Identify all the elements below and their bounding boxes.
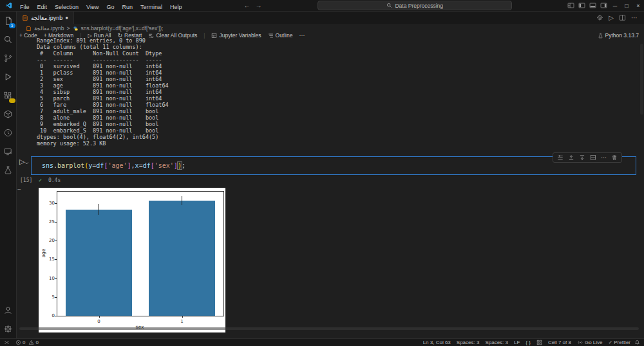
sidebar-item-testing[interactable]	[0, 161, 17, 179]
y-tick-mark	[55, 278, 57, 279]
kernel-icon	[598, 33, 603, 39]
go-live-button[interactable]: Go Live	[577, 340, 603, 345]
horizontal-scrollbar[interactable]	[19, 327, 639, 330]
code-line[interactable]: sns.barplot(y=df['age'],x=df['sex']);	[32, 162, 185, 169]
menu-item-selection[interactable]: Selection	[55, 4, 79, 10]
cursor-position[interactable]: Ln 3, Col 63	[423, 340, 451, 345]
bar	[149, 201, 215, 316]
split-cell-icon[interactable]	[590, 154, 596, 161]
outline-button[interactable]: Outline	[268, 32, 293, 39]
x-tick-mark	[182, 316, 183, 318]
y-tick-mark	[55, 203, 57, 204]
jupyter-notebook-icon	[22, 15, 28, 21]
outline-icon	[268, 33, 274, 39]
sidebar-item-explorer[interactable]: 3	[0, 12, 17, 30]
code-token: df	[143, 162, 151, 169]
eol-selector[interactable]: LF	[514, 340, 520, 345]
prettier-status[interactable]: ✓ Prettier	[609, 340, 631, 345]
y-tick-mark	[55, 241, 57, 241]
bell-icon	[634, 340, 640, 345]
settings-button[interactable]	[0, 320, 17, 338]
menu-item-edit[interactable]: Edit	[37, 4, 48, 10]
close-icon[interactable]: ×	[632, 0, 644, 12]
customize-layout-icon[interactable]	[567, 2, 574, 9]
x-tick-label: 1	[180, 319, 183, 324]
y-tick-label: 20	[41, 238, 55, 243]
minimize-icon[interactable]: ─	[609, 0, 621, 12]
y-tick-label: 0	[41, 313, 55, 318]
vertical-scrollbar[interactable]	[640, 44, 643, 114]
run-debug-icon	[3, 72, 13, 82]
more-editor-actions-icon[interactable]: ⋯	[631, 14, 638, 21]
sidebar-item-remote-explorer[interactable]	[0, 142, 17, 161]
menu-item-file[interactable]: File	[20, 4, 30, 10]
dirty-indicator[interactable]: ●	[65, 15, 68, 21]
toggle-panel-icon[interactable]	[589, 2, 596, 9]
collapse-output-button[interactable]: −	[17, 186, 21, 193]
sidebar-item-extensions[interactable]	[0, 86, 17, 105]
y-tick-mark	[55, 222, 57, 223]
remote-indicator[interactable]	[4, 340, 10, 345]
tab-notebook[interactable]: معالجة.ipynb ●	[17, 12, 74, 24]
run-cell-button[interactable]: ▷	[19, 158, 29, 165]
run-editor-icon[interactable]: ▷	[609, 14, 614, 21]
y-tick-label: 25	[41, 219, 55, 224]
language-mode[interactable]: { }	[526, 340, 531, 345]
split-editor-icon[interactable]	[619, 14, 626, 21]
menu-item-view[interactable]: View	[86, 4, 99, 10]
sidebar-item-search[interactable]	[0, 30, 17, 49]
more-cell-actions-icon[interactable]: ⋯	[601, 156, 607, 159]
search-icon	[3, 35, 13, 44]
sidebar-item-source-control[interactable]	[0, 49, 17, 68]
code-token: 'sex'	[155, 162, 174, 169]
notifications-bell[interactable]	[634, 340, 640, 345]
breadcrumb[interactable]: معالجة.ipynb > sns.barplot(y=df['age'],x…	[26, 25, 163, 32]
delete-cell-icon[interactable]	[611, 154, 618, 161]
run-by-line-icon[interactable]	[557, 154, 564, 161]
warning-count: 0	[35, 340, 38, 345]
problems-indicator[interactable]: 0 0	[15, 340, 39, 345]
vscode-window: FileEditSelectionViewGoRunTerminalHelp ←…	[0, 0, 644, 346]
kernel-picker[interactable]: Python 3.13.7	[598, 32, 639, 39]
indentation-secondary[interactable]: Spaces: 3	[485, 340, 508, 345]
y-tick-label: 5	[41, 295, 55, 300]
notebook-settings-icon[interactable]	[596, 14, 603, 21]
jupyter-variables-button[interactable]: Jupyter Variables	[211, 32, 261, 39]
indentation[interactable]: Spaces: 3	[457, 340, 480, 345]
ports-indicator[interactable]	[536, 340, 542, 345]
more-toolbar-actions-icon[interactable]: ⋯	[299, 32, 305, 39]
sidebar-item-run-debug[interactable]	[0, 68, 17, 86]
nav-forward-icon[interactable]: →	[255, 2, 261, 9]
accounts-button[interactable]	[0, 301, 17, 320]
chevron-down-icon	[24, 161, 29, 165]
nav-back-icon[interactable]: ←	[243, 2, 250, 9]
sidebar-item-history[interactable]	[0, 123, 17, 142]
kernel-label: Python 3.13.7	[605, 32, 639, 39]
run-above-icon[interactable]	[568, 154, 574, 161]
add-code-button[interactable]: + Code	[19, 32, 37, 39]
remote-icon	[4, 340, 10, 345]
cell-execution-status: [15] ✓ 0.4s	[20, 178, 61, 183]
command-center[interactable]: Data Preprocessing	[317, 1, 512, 10]
toggle-sidebar-icon[interactable]	[578, 2, 585, 9]
status-bar-right: Ln 3, Col 63 Spaces: 3 Spaces: 3 LF { } …	[417, 340, 640, 345]
menu-item-help[interactable]: Help	[170, 4, 182, 10]
tab-label: معالجة.ipynb	[31, 15, 62, 21]
toggle-secondary-sidebar-icon[interactable]	[600, 2, 607, 9]
run-below-icon[interactable]	[579, 154, 585, 161]
maximize-icon[interactable]: □	[621, 0, 632, 12]
cell-position[interactable]: Cell 7 of 8	[548, 340, 571, 345]
sidebar-item-containers[interactable]	[0, 105, 17, 123]
breadcrumb-file[interactable]: معالجة.ipynb	[34, 25, 64, 32]
menu-bar: FileEditSelectionViewGoRunTerminalHelp	[16, 0, 185, 12]
breadcrumb-symbol[interactable]: sns.barplot(y=df['age'],x=df['sex']);	[81, 25, 164, 32]
dataframe-info-output: RangeIndex: 891 entries, 0 to 890 Data c…	[37, 37, 169, 147]
code-token: sns	[42, 162, 53, 169]
code-token: ;	[182, 162, 185, 169]
code-cell[interactable]: sns.barplot(y=df['age'],x=df['sex']);	[31, 156, 636, 175]
grid-icon	[536, 340, 542, 345]
menu-item-go[interactable]: Go	[106, 4, 114, 10]
menu-item-terminal[interactable]: Terminal	[140, 4, 162, 10]
menu-item-run[interactable]: Run	[122, 4, 133, 10]
extensions-badge	[9, 98, 15, 103]
